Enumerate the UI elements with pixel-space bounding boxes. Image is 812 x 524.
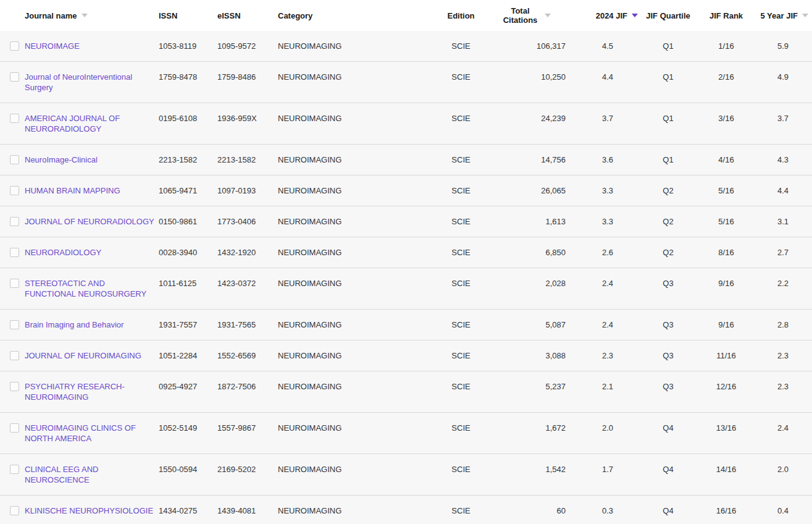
table-row: KLINISCHE NEUROPHYSIOLOGIE 1434-0275 143… [0,496,812,524]
journal-name-link[interactable]: STEREOTACTIC AND FUNCTIONAL NEUROSURGERY [25,279,146,298]
column-header-2024-jif[interactable]: 2024 JIF [569,11,640,20]
journal-name-link[interactable]: Journal of NeuroInterventional Surgery [25,72,132,92]
row-checkbox[interactable] [10,506,19,515]
edition-cell: SCIE [440,247,482,258]
column-header-journal-name[interactable]: Journal name [25,11,159,20]
issn-cell: 1550-0594 [159,464,217,475]
journals-table: Journal name ISSN eISSN Category Edition… [0,0,812,524]
row-checkbox[interactable] [10,465,19,474]
category-cell: NEUROIMAGING [278,423,440,433]
row-checkbox[interactable] [10,217,19,226]
journal-name-link[interactable]: Brain Imaging and Behavior [25,320,123,329]
five-year-jif-cell: 3.7 [756,113,812,124]
total-citations-cell: 3,088 [482,350,569,361]
issn-cell: 1759-8478 [159,72,217,82]
edition-cell: SCIE [440,113,482,124]
journal-name-link[interactable]: AMERICAN JOURNAL OF NEURORADIOLOGY [25,114,120,133]
column-header-eissn[interactable]: eISSN [217,11,278,20]
column-header-issn[interactable]: ISSN [159,11,217,20]
sort-desc-icon[interactable] [802,14,808,17]
row-checkbox[interactable] [10,423,19,433]
column-header-5-year-jif[interactable]: 5 Year JIF [756,11,812,20]
checkbox-cell [10,247,25,257]
row-checkbox[interactable] [10,155,19,164]
column-header-label: 5 Year JIF [761,11,798,20]
row-checkbox[interactable] [10,248,19,257]
eissn-cell: 2213-1582 [217,154,278,165]
journal-name-link[interactable]: HUMAN BRAIN MAPPING [25,186,120,195]
issn-cell: 1065-9471 [159,185,217,196]
journal-name-cell: NeuroImage-Clinical [25,154,159,165]
column-header-edition[interactable]: Edition [440,11,482,20]
five-year-jif-cell: 2.2 [756,278,812,289]
jif-rank-cell: 5/16 [696,216,756,227]
eissn-cell: 1432-1920 [217,247,278,258]
total-citations-cell: 1,542 [482,464,569,475]
column-header-total-citations[interactable]: Total Citations [482,6,569,25]
jif-rank-cell: 4/16 [696,154,756,165]
jif-2024-cell: 4.4 [569,72,640,82]
eissn-cell: 1557-9867 [217,423,278,433]
checkbox-cell [10,505,25,515]
sort-desc-icon[interactable] [545,14,551,17]
category-cell: NEUROIMAGING [278,319,440,330]
checkbox-cell [10,154,25,164]
journal-name-link[interactable]: JOURNAL OF NEUROIMAGING [25,351,141,360]
table-row: STEREOTACTIC AND FUNCTIONAL NEUROSURGERY… [0,268,812,310]
journal-name-cell: CLINICAL EEG AND NEUROSCIENCE [25,464,159,485]
journal-name-link[interactable]: PSYCHIATRY RESEARCH-NEUROIMAGING [25,382,125,402]
jif-quartile-cell: Q3 [640,350,696,361]
five-year-jif-cell: 4.9 [756,72,812,82]
jif-2024-cell: 3.6 [569,154,640,165]
sort-desc-active-icon[interactable] [632,14,638,17]
five-year-jif-cell: 2.3 [756,381,812,392]
five-year-jif-cell: 4.4 [756,185,812,196]
jif-quartile-cell: Q1 [640,154,696,165]
column-header-label: Journal name [25,11,77,20]
category-cell: NEUROIMAGING [278,247,440,258]
journal-name-link[interactable]: JOURNAL OF NEURORADIOLOGY [25,217,154,226]
edition-cell: SCIE [440,185,482,196]
journal-name-link[interactable]: NEURORADIOLOGY [25,248,101,257]
column-header-jif-quartile[interactable]: JIF Quartile [640,11,696,20]
column-header-jif-rank[interactable]: JIF Rank [696,11,756,20]
journal-name-link[interactable]: KLINISCHE NEUROPHYSIOLOGIE [25,506,153,515]
row-checkbox[interactable] [10,72,19,82]
jif-rank-cell: 2/16 [696,72,756,82]
row-checkbox[interactable] [10,382,19,391]
edition-cell: SCIE [440,278,482,289]
row-checkbox[interactable] [10,41,19,51]
row-checkbox[interactable] [10,351,19,360]
journal-name-cell: NEUROIMAGE [25,41,159,51]
five-year-jif-cell: 2.8 [756,319,812,330]
five-year-jif-cell: 2.7 [756,247,812,258]
eissn-cell: 1759-8486 [217,72,278,82]
column-header-category[interactable]: Category [278,11,440,20]
journal-name-link[interactable]: NEUROIMAGING CLINICS OF NORTH AMERICA [25,423,136,443]
five-year-jif-cell: 4.3 [756,154,812,165]
journal-name-link[interactable]: NeuroImage-Clinical [25,155,98,164]
checkbox-cell [10,278,25,288]
jif-quartile-cell: Q3 [640,319,696,330]
category-cell: NEUROIMAGING [278,154,440,165]
total-citations-cell: 6,850 [482,247,569,258]
jif-rank-cell: 1/16 [696,41,756,51]
table-row: NEUROIMAGE 1053-8119 1095-9572 NEUROIMAG… [0,31,812,62]
jif-2024-cell: 2.4 [569,319,640,330]
journal-name-link[interactable]: NEUROIMAGE [25,41,80,51]
column-header-label: Edition [447,11,474,20]
row-checkbox[interactable] [10,186,19,195]
journal-name-link[interactable]: CLINICAL EEG AND NEUROSCIENCE [25,465,98,484]
row-checkbox[interactable] [10,279,19,288]
table-row: NEURORADIOLOGY 0028-3940 1432-1920 NEURO… [0,237,812,268]
total-citations-cell: 14,756 [482,154,569,165]
total-citations-cell: 5,237 [482,381,569,392]
five-year-jif-cell: 5.9 [756,41,812,51]
sort-desc-icon[interactable] [82,14,88,17]
five-year-jif-cell: 2.0 [756,464,812,475]
journal-name-cell: Journal of NeuroInterventional Surgery [25,72,159,93]
jif-rank-cell: 12/16 [696,381,756,392]
row-checkbox[interactable] [10,114,19,123]
category-cell: NEUROIMAGING [278,464,440,475]
row-checkbox[interactable] [10,320,19,329]
